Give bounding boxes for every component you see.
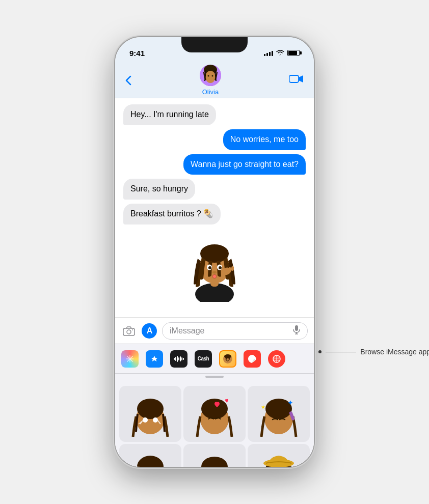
status-icons [264,49,300,57]
signal-bar-3 [269,52,271,56]
camera-button[interactable] [121,323,137,339]
signal-bar-1 [264,54,265,56]
nav-center[interactable]: Olivia [200,65,221,96]
svg-rect-34 [183,358,184,360]
drag-handle [205,376,224,378]
contact-avatar [200,65,221,86]
svg-point-50 [201,399,228,419]
wifi-icon [276,49,284,57]
sticker-5[interactable] [183,444,246,467]
apple-cash-icon[interactable]: Cash [195,350,212,368]
message-row-4[interactable]: Sure, so hungry [123,179,306,200]
apps-button[interactable]: A [142,323,157,339]
message-row-1[interactable]: Hey... I'm running late [123,104,306,125]
sticker-1[interactable] [119,386,181,442]
svg-point-17 [213,275,216,278]
svg-rect-33 [181,357,182,360]
svg-point-2 [205,71,216,83]
message-bubble-4[interactable]: Sure, so hungry [123,179,195,200]
message-bubble-2[interactable]: No worries, me too [223,129,306,150]
svg-rect-24 [295,325,298,331]
notch [181,37,248,52]
svg-point-23 [132,329,133,330]
sticker-4[interactable] [119,444,181,467]
phone-frame: 9:41 [115,37,314,467]
signal-bars [264,50,273,56]
memoji-sticker [123,231,306,302]
video-call-button[interactable] [289,74,304,87]
svg-point-14 [219,266,222,269]
signal-bar-4 [272,51,273,56]
message-bubble-1[interactable]: Hey... I'm running late [123,104,216,125]
messages-area: Hey... I'm running late No worries, me t… [115,98,314,317]
back-button[interactable] [125,75,131,86]
message-row-3[interactable]: Wanna just go straight to eat? [123,154,306,175]
svg-point-4 [212,75,213,77]
memoji-sticker-svg [181,231,248,302]
browse-icon[interactable] [268,350,285,368]
message-input[interactable]: iMessage [162,322,308,340]
svg-point-45 [153,417,158,423]
audio-icon[interactable] [170,350,187,368]
status-time: 9:41 [129,49,145,58]
sticker-6[interactable] [248,444,310,467]
svg-rect-29 [175,357,176,361]
svg-text:★: ★ [261,404,265,410]
app-strip: Cash [115,344,314,374]
svg-rect-31 [178,357,179,360]
annotation-dot [318,350,321,353]
stickers-icon[interactable] [244,350,261,368]
battery-icon [287,50,300,56]
svg-rect-32 [180,356,181,361]
svg-rect-5 [289,75,299,82]
message-row-2[interactable]: No worries, me too [123,129,306,150]
svg-point-15 [212,271,217,273]
svg-point-22 [127,330,131,334]
svg-point-44 [143,417,148,423]
svg-point-36 [226,358,227,359]
signal-bar-2 [266,53,268,56]
message-bubble-3[interactable]: Wanna just go straight to eat? [183,154,306,175]
svg-point-38 [224,354,231,358]
mic-icon[interactable] [293,325,300,337]
appstore-icon[interactable] [146,350,163,368]
svg-point-13 [208,266,211,269]
annotation: Browse iMessage apps. [318,348,429,356]
svg-point-37 [229,358,230,359]
message-row-5[interactable]: Breakfast burritos ? 🌯 [123,204,306,225]
svg-rect-30 [177,356,178,362]
svg-point-63 [201,457,228,467]
svg-point-43 [137,399,164,419]
memoji-icon[interactable] [219,350,236,368]
annotation-text: Browse iMessage apps. [360,348,429,356]
svg-point-3 [208,75,209,77]
svg-point-10 [201,249,228,261]
drag-handle-container [115,374,314,382]
battery-fill [288,51,297,55]
photos-app-icon[interactable] [121,350,139,368]
svg-rect-28 [174,358,175,360]
input-placeholder: iMessage [170,326,204,335]
sticker-3[interactable]: ✦ ★ [248,386,310,442]
input-bar: A iMessage [115,317,314,344]
annotation-line [326,352,356,352]
sticker-grid: ✦ ★ [115,382,314,467]
contact-name: Olivia [202,88,219,96]
nav-bar: Olivia [115,63,314,98]
svg-point-57 [137,456,164,467]
svg-rect-21 [123,328,135,335]
svg-text:✦: ✦ [287,399,293,407]
message-bubble-5[interactable]: Breakfast burritos ? 🌯 [123,204,221,225]
sticker-2[interactable] [183,386,246,442]
